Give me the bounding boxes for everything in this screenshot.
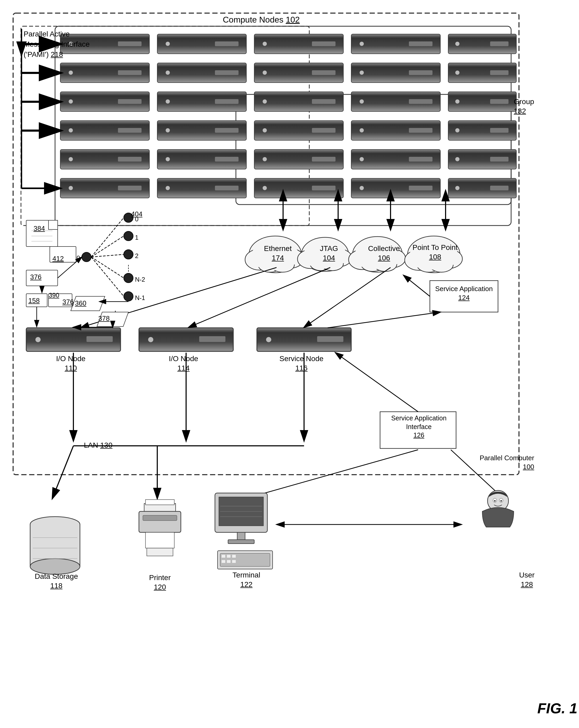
svg-line-162 xyxy=(52,446,74,498)
svg-rect-85 xyxy=(254,178,343,198)
io-node-114-label: I/O Node 114 xyxy=(141,354,225,373)
label-376-right: 376 xyxy=(62,298,74,307)
svg-point-68 xyxy=(166,157,170,161)
svg-rect-82 xyxy=(157,178,246,198)
label-378: 378 xyxy=(98,314,110,323)
svg-rect-73 xyxy=(351,150,440,169)
svg-rect-79 xyxy=(60,178,149,198)
svg-rect-208 xyxy=(145,500,174,505)
svg-line-157 xyxy=(335,353,418,412)
svg-rect-219 xyxy=(228,540,254,544)
svg-point-231 xyxy=(494,500,496,502)
svg-point-29 xyxy=(360,71,364,75)
jtag-label: JTAG 104 xyxy=(308,244,350,263)
svg-point-172 xyxy=(82,252,91,262)
label-390: 390 xyxy=(49,291,59,299)
node-label-left-0: 0 xyxy=(77,254,80,262)
svg-line-155 xyxy=(404,275,430,296)
svg-text:FIG. 1: FIG. 1 xyxy=(537,700,577,717)
io-node-110-label: I/O Node 110 xyxy=(29,354,113,373)
svg-point-50 xyxy=(69,128,73,132)
svg-rect-27 xyxy=(312,70,335,75)
svg-line-176 xyxy=(91,257,124,278)
service-application-label: Service Application 124 xyxy=(433,285,495,302)
svg-point-232 xyxy=(500,500,502,502)
svg-point-65 xyxy=(69,157,73,161)
svg-line-152 xyxy=(81,267,277,327)
svg-rect-222 xyxy=(221,555,225,558)
svg-point-80 xyxy=(69,186,73,190)
group-label: Group 132 xyxy=(514,97,534,116)
svg-rect-39 xyxy=(215,99,239,104)
node-label-n2: N-2 xyxy=(135,275,145,284)
svg-rect-28 xyxy=(351,63,440,83)
node-label-2: 2 xyxy=(135,252,138,260)
svg-rect-210 xyxy=(143,515,177,521)
svg-rect-93 xyxy=(490,186,508,190)
svg-rect-54 xyxy=(215,128,239,133)
svg-rect-66 xyxy=(118,157,141,161)
svg-rect-22 xyxy=(157,63,246,83)
svg-point-11 xyxy=(263,42,267,46)
svg-rect-70 xyxy=(254,150,343,169)
svg-point-171 xyxy=(124,292,133,301)
svg-rect-214 xyxy=(219,497,264,526)
svg-rect-223 xyxy=(227,555,231,558)
svg-line-164 xyxy=(246,450,418,498)
svg-rect-55 xyxy=(254,121,343,140)
svg-point-32 xyxy=(455,71,460,75)
label-384: 384 xyxy=(33,224,45,233)
svg-rect-99 xyxy=(199,336,225,342)
svg-point-89 xyxy=(360,186,364,190)
svg-rect-9 xyxy=(215,42,239,46)
svg-rect-200 xyxy=(30,524,80,567)
svg-point-95 xyxy=(35,337,40,342)
svg-rect-57 xyxy=(312,128,335,133)
svg-line-153 xyxy=(189,267,330,327)
svg-line-154 xyxy=(304,267,390,327)
svg-rect-91 xyxy=(448,178,516,198)
svg-rect-58 xyxy=(351,121,440,140)
data-storage-label: Data Storage 118 xyxy=(30,572,83,591)
svg-line-175 xyxy=(91,254,124,257)
service-app-interface-label: Service Application Interface 126 xyxy=(382,414,456,440)
svg-point-170 xyxy=(124,273,133,283)
svg-rect-221 xyxy=(220,553,270,567)
svg-point-17 xyxy=(455,42,460,46)
svg-rect-13 xyxy=(351,34,440,54)
svg-rect-10 xyxy=(254,34,343,54)
ethernet-label: Ethernet 174 xyxy=(252,244,304,263)
svg-rect-46 xyxy=(448,92,516,111)
svg-rect-100 xyxy=(257,328,351,352)
svg-point-77 xyxy=(455,157,460,161)
svg-line-177 xyxy=(91,257,124,296)
svg-point-62 xyxy=(455,128,460,132)
svg-rect-212 xyxy=(147,548,173,556)
svg-rect-48 xyxy=(490,99,508,104)
svg-rect-88 xyxy=(351,178,440,198)
svg-rect-102 xyxy=(317,336,343,342)
svg-line-174 xyxy=(91,236,124,257)
svg-rect-94 xyxy=(26,328,120,352)
svg-point-59 xyxy=(360,128,364,132)
svg-rect-7 xyxy=(157,34,246,54)
svg-point-23 xyxy=(166,71,170,75)
svg-rect-84 xyxy=(215,186,239,190)
node-label-1: 1 xyxy=(135,233,138,241)
svg-rect-31 xyxy=(448,63,516,83)
svg-rect-76 xyxy=(448,150,516,169)
svg-rect-19 xyxy=(60,63,149,83)
svg-point-8 xyxy=(166,42,170,46)
svg-line-156 xyxy=(328,312,440,328)
svg-rect-218 xyxy=(237,532,245,540)
svg-rect-97 xyxy=(139,328,233,352)
svg-rect-72 xyxy=(312,157,335,161)
svg-point-35 xyxy=(69,99,73,104)
svg-rect-15 xyxy=(409,42,433,46)
svg-rect-24 xyxy=(215,70,239,75)
terminal-label: Terminal 122 xyxy=(220,570,273,590)
svg-point-98 xyxy=(148,337,153,342)
svg-point-20 xyxy=(69,71,73,75)
svg-point-230 xyxy=(499,498,503,502)
printer-label: Printer 120 xyxy=(139,573,181,592)
